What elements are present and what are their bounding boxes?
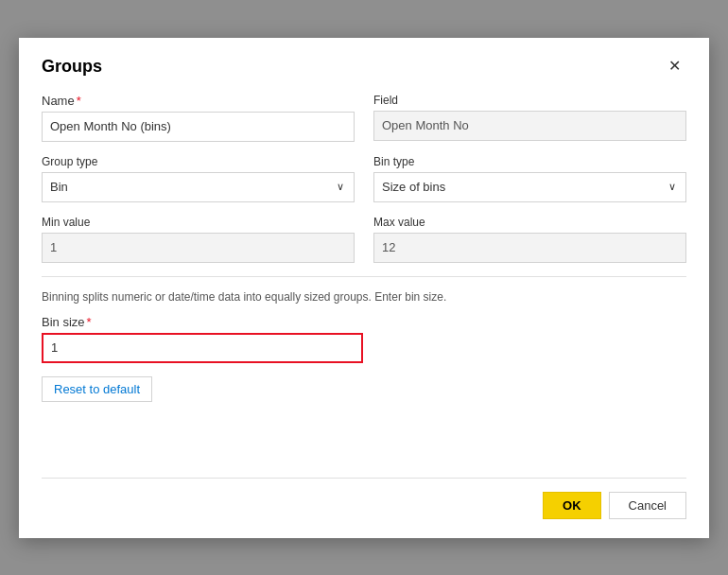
field-input — [373, 111, 686, 141]
min-value-label: Min value — [42, 216, 355, 229]
dialog-title: Groups — [42, 57, 102, 77]
group-type-bin-type-row: Group type Bin ∨ Bin type Size of bins ∨ — [42, 155, 686, 202]
max-value-label: Max value — [373, 216, 686, 229]
min-value-group: Min value — [42, 216, 355, 263]
close-button[interactable]: ✕ — [663, 57, 686, 76]
bin-size-group: Bin size* — [42, 315, 686, 363]
max-value-input — [373, 233, 686, 263]
bin-type-label: Bin type — [373, 155, 686, 168]
field-group: Field — [373, 94, 686, 142]
name-group: Name* — [42, 94, 355, 142]
bin-size-input[interactable] — [51, 340, 354, 355]
bin-type-group: Bin type Size of bins ∨ — [373, 155, 686, 202]
dialog-footer: OK Cancel — [42, 478, 686, 519]
bin-type-value: Size of bins — [374, 174, 659, 200]
name-label: Name* — [42, 94, 355, 108]
info-text: Binning splits numeric or date/time data… — [42, 290, 686, 304]
bin-type-select[interactable]: Size of bins ∨ — [373, 172, 686, 202]
min-max-row: Min value Max value — [42, 216, 686, 263]
dialog-header: Groups ✕ — [42, 57, 686, 77]
divider — [42, 276, 686, 277]
group-type-group: Group type Bin ∨ — [42, 155, 355, 202]
max-value-group: Max value — [373, 216, 686, 263]
cancel-button[interactable]: Cancel — [609, 492, 686, 519]
bin-size-input-wrapper — [42, 333, 363, 363]
min-value-input — [42, 233, 355, 263]
bin-size-label: Bin size* — [42, 315, 686, 329]
reset-to-default-button[interactable]: Reset to default — [42, 376, 152, 402]
bin-type-chevron-icon: ∨ — [659, 181, 685, 193]
name-field-row: Name* Field — [42, 94, 686, 142]
group-type-label: Group type — [42, 155, 355, 168]
field-label: Field — [373, 94, 686, 107]
ok-button[interactable]: OK — [543, 492, 601, 519]
group-type-chevron-icon: ∨ — [327, 181, 354, 193]
group-type-select[interactable]: Bin ∨ — [42, 172, 355, 202]
dialog: Groups ✕ Name* Field Group type Bin — [19, 38, 709, 538]
group-type-value: Bin — [43, 174, 327, 200]
dialog-overlay: Groups ✕ Name* Field Group type Bin — [0, 0, 728, 575]
name-input[interactable] — [42, 112, 355, 142]
